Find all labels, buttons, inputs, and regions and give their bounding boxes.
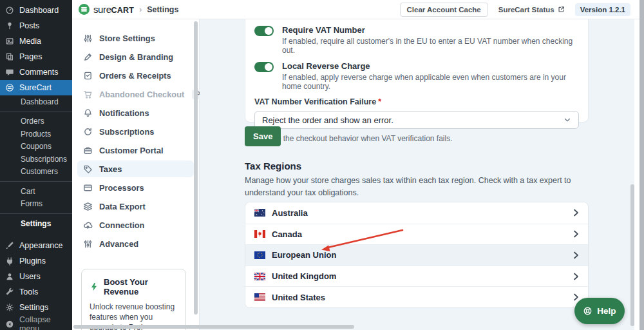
local-reverse-charge-toggle[interactable] <box>254 62 274 72</box>
sidebar-item-pages[interactable]: Pages <box>0 49 72 64</box>
sidebar-item-surecart[interactable]: SureCart <box>0 80 72 95</box>
save-button[interactable]: Save <box>245 126 281 146</box>
settings-nav-label: Advanced <box>99 239 138 249</box>
settings-nav-scrollbar[interactable] <box>194 21 198 315</box>
comment-icon <box>5 68 14 77</box>
submenu-item-products[interactable]: Products <box>0 128 72 141</box>
vat-verification-label: VAT Number Verification Failure* <box>254 97 579 106</box>
vat-verification-select[interactable]: Reject the order and show an error. <box>254 111 579 129</box>
region-row-united-kingdom[interactable]: United Kingdom <box>245 266 588 287</box>
clear-account-cache-button[interactable]: Clear Account Cache <box>400 3 488 17</box>
sidebar-item-plugins[interactable]: Plugins <box>0 253 72 269</box>
region-label: Australia <box>272 208 308 218</box>
submenu-label: Subscriptions <box>21 155 67 164</box>
sidebar-item-appearance[interactable]: Appearance <box>0 238 72 253</box>
local-reverse-charge-row: Local Reverse Charge If enabled, apply r… <box>254 61 579 91</box>
submenu-divider <box>0 112 72 112</box>
tax-regions-title: Tax Regions <box>245 160 301 171</box>
sidebar-item-label: Media <box>19 37 41 46</box>
submenu-label: Settings <box>21 219 51 228</box>
settings-nav-label: Customer Portal <box>99 146 164 155</box>
submenu-item-subscriptions[interactable]: Subscriptions <box>0 153 72 166</box>
settings-nav-store-settings[interactable]: Store Settings <box>77 30 194 46</box>
chevron-down-icon <box>564 116 571 124</box>
submenu-label: Customers <box>21 167 58 176</box>
gauge-icon <box>5 6 14 15</box>
topbar: surecart › Settings Clear Account Cache … <box>72 0 639 19</box>
lightning-bolt-icon <box>90 282 99 291</box>
surecart-logo-icon <box>79 4 90 15</box>
settings-nav-label: Data Export <box>99 202 146 211</box>
horizontal-scrollbar[interactable] <box>73 325 354 329</box>
settings-nav-design-branding[interactable]: Design & Branding <box>77 48 194 65</box>
sliders-icon <box>83 34 93 43</box>
credit-card-icon <box>83 183 93 193</box>
settings-nav-abandoned-checkout[interactable]: Abandoned Checkout Pro <box>77 86 194 102</box>
surecart-settings-screen: Dashboard Posts Media Pages Comments Sur… <box>0 0 644 330</box>
submenu-item-settings[interactable]: Settings <box>0 217 72 230</box>
toggle-knob <box>265 63 272 71</box>
tax-regions-list: Australia Canada European Union <box>245 202 589 308</box>
chevron-right-icon <box>573 273 579 280</box>
media-icon <box>5 37 14 46</box>
settings-nav-taxes[interactable]: Taxes <box>77 160 194 177</box>
settings-nav-processors[interactable]: Processors <box>77 179 194 196</box>
submenu-item-cart[interactable]: Cart <box>0 185 72 198</box>
submenu-item-customers[interactable]: Customers <box>0 166 72 179</box>
settings-nav-label: Orders & Receipts <box>99 71 171 81</box>
cart-icon <box>83 90 93 99</box>
main-content: Require VAT Number If enabled, require a… <box>200 19 634 330</box>
require-vat-texts: Require VAT Number If enabled, require a… <box>282 25 579 55</box>
settings-nav-data-export[interactable]: Data Export <box>77 198 194 215</box>
region-row-australia[interactable]: Australia <box>245 202 588 224</box>
surecart-status-link[interactable]: SureCart Status <box>498 6 565 14</box>
require-vat-toggle[interactable] <box>254 26 274 36</box>
submenu-item-forms[interactable]: Forms <box>0 198 72 211</box>
submenu-item-dashboard[interactable]: Dashboard <box>0 95 72 108</box>
region-label: United Kingdom <box>272 271 336 281</box>
sidebar-item-label: SureCart <box>19 83 52 92</box>
breadcrumb-chevron-icon: › <box>139 5 142 14</box>
settings-nav-connection[interactable]: Connection <box>77 217 194 233</box>
boost-revenue-title-row: Boost Your Revenue <box>90 277 178 296</box>
required-asterisk: * <box>378 97 381 106</box>
sidebar-item-dashboard[interactable]: Dashboard <box>0 3 72 18</box>
vat-verification-help: Choose the checkout behavior when VAT ve… <box>254 134 579 143</box>
submenu-item-coupons[interactable]: Coupons <box>0 141 72 153</box>
refresh-icon <box>83 127 93 137</box>
gear-icon <box>5 303 14 312</box>
sidebar-item-label: Dashboard <box>19 6 59 15</box>
sidebar-item-label: Settings <box>19 303 48 312</box>
user-icon <box>5 272 14 281</box>
settings-nav-orders-receipts[interactable]: Orders & Receipts <box>77 67 194 84</box>
help-button[interactable]: Help <box>574 298 625 324</box>
region-row-canada[interactable]: Canada <box>245 224 588 245</box>
sidebar-item-users[interactable]: Users <box>0 269 72 284</box>
settings-nav-advanced[interactable]: Advanced <box>77 235 194 252</box>
pin-icon <box>5 21 14 30</box>
content-scrollbar[interactable] <box>630 184 634 326</box>
sidebar-item-tools[interactable]: Tools <box>0 284 72 300</box>
flag-european-union-icon <box>254 251 265 259</box>
flag-australia-icon <box>254 209 265 217</box>
region-row-european-union[interactable]: European Union <box>245 244 588 266</box>
wp-admin-sidebar: Dashboard Posts Media Pages Comments Sur… <box>0 0 72 330</box>
settings-nav-subscriptions[interactable]: Subscriptions <box>77 123 194 140</box>
boost-revenue-panel: Boost Your Revenue Unlock revenue boosti… <box>81 269 186 330</box>
sidebar-item-comments[interactable]: Comments <box>0 64 72 80</box>
settings-nav-label: Design & Branding <box>99 52 173 62</box>
settings-nav-notifications[interactable]: Notifications <box>77 104 194 121</box>
settings-nav-label: Notifications <box>99 108 149 118</box>
collapse-menu-button[interactable]: Collapse menu <box>0 316 72 330</box>
window-scrollbar[interactable] <box>639 0 644 330</box>
sidebar-item-posts[interactable]: Posts <box>0 18 72 34</box>
sidebar-item-label: Plugins <box>19 257 46 266</box>
collapse-menu-label: Collapse menu <box>19 315 67 330</box>
region-label: European Union <box>272 250 336 260</box>
sidebar-item-settings[interactable]: Settings <box>0 300 72 315</box>
submenu-item-orders[interactable]: Orders <box>0 115 72 128</box>
region-row-united-states[interactable]: United States <box>245 286 588 307</box>
settings-nav-customer-portal[interactable]: Customer Portal <box>77 142 194 159</box>
sidebar-item-label: Tools <box>19 287 38 296</box>
sidebar-item-media[interactable]: Media <box>0 34 72 49</box>
